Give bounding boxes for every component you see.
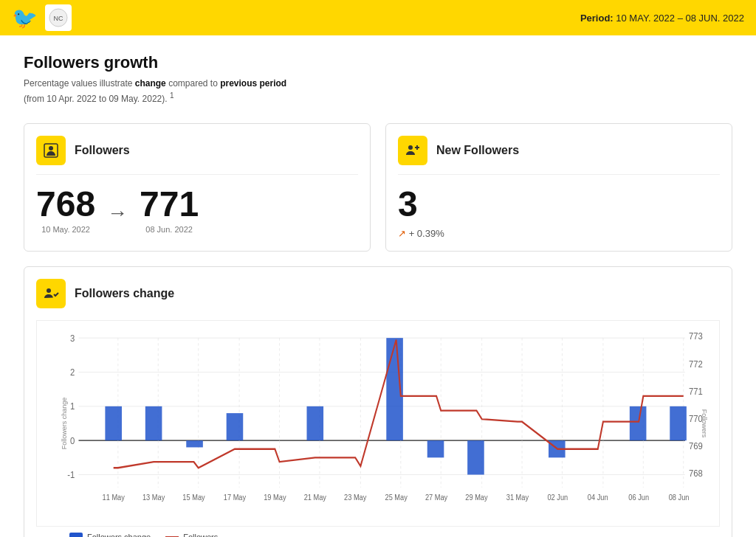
trend-up-icon: ↗	[398, 228, 406, 239]
svg-text:773: 773	[689, 331, 703, 342]
page-subtitle: Percentage values illustrate change comp…	[24, 77, 732, 105]
followers-card-title: Followers	[75, 144, 130, 157]
svg-text:769: 769	[689, 440, 703, 451]
subtitle-change: change	[135, 78, 166, 89]
new-followers-icon	[398, 136, 427, 165]
subtitle-mid: compared to	[168, 78, 218, 89]
subtitle-main: Percentage values illustrate	[24, 78, 132, 89]
followers-card: Followers 768 10 May. 2022 → 771 08 Jun.…	[24, 123, 371, 252]
svg-text:772: 772	[689, 358, 703, 370]
legend-line-item: Followers	[165, 533, 218, 537]
svg-text:27 May: 27 May	[425, 493, 447, 502]
logo-box: NC	[45, 4, 72, 31]
main-content: Followers growth Percentage values illus…	[0, 35, 756, 537]
header-left: 🐦 NC	[12, 4, 72, 31]
svg-text:771: 771	[689, 386, 703, 397]
svg-text:0: 0	[70, 435, 75, 446]
person-add-icon	[404, 142, 422, 159]
followers-end-date: 08 Jun. 2022	[145, 225, 193, 234]
svg-text:17 May: 17 May	[224, 493, 246, 502]
svg-text:13 May: 13 May	[142, 493, 165, 502]
svg-text:02 Jun: 02 Jun	[547, 493, 568, 502]
new-followers-card: New Followers 3 ↗ + 0.39%	[385, 123, 732, 252]
svg-text:1: 1	[70, 401, 75, 412]
followers-end-value: 771	[140, 187, 199, 222]
svg-rect-45	[427, 440, 444, 457]
new-followers-change: ↗ + 0.39%	[398, 228, 444, 239]
new-followers-card-header: New Followers	[398, 136, 720, 175]
svg-text:NC: NC	[54, 15, 63, 22]
arrow-icon: →	[107, 201, 128, 225]
svg-text:-1: -1	[67, 469, 75, 480]
chart-title: Followers change	[75, 287, 174, 300]
svg-text:11 May: 11 May	[103, 493, 125, 502]
svg-rect-42	[227, 413, 244, 440]
page-title: Followers growth	[24, 53, 732, 72]
svg-rect-39	[105, 406, 122, 440]
period-value: 10 MAY. 2022 – 08 JUN. 2022	[616, 13, 744, 24]
svg-rect-43	[306, 406, 323, 440]
svg-text:770: 770	[689, 413, 703, 424]
subtitle-dates: (from 10 Apr. 2022 to 09 May. 2022).	[24, 94, 168, 104]
svg-rect-48	[630, 406, 647, 440]
brand-logo-icon: NC	[48, 7, 69, 28]
svg-text:768: 768	[689, 468, 703, 479]
svg-rect-41	[186, 440, 203, 447]
header: 🐦 NC Period: 10 MAY. 2022 – 08 JUN. 2022	[0, 0, 756, 35]
followers-card-header: Followers	[36, 136, 358, 175]
new-followers-percent: + 0.39%	[409, 228, 444, 239]
new-followers-card-body: 3 ↗ + 0.39%	[398, 187, 720, 239]
legend-line-label: Followers	[183, 533, 218, 537]
followers-end: 771 08 Jun. 2022	[140, 187, 199, 234]
cards-row: Followers 768 10 May. 2022 → 771 08 Jun.…	[24, 123, 732, 252]
new-followers-value: 3	[398, 187, 418, 222]
svg-point-7	[47, 288, 51, 293]
new-followers-card-title: New Followers	[436, 144, 519, 157]
chart-svg: 3 2 1 0 -1 773 772 771 770 769 768	[37, 321, 719, 526]
svg-text:2: 2	[70, 367, 75, 378]
header-period: Period: 10 MAY. 2022 – 08 JUN. 2022	[580, 13, 744, 24]
chart-icon	[36, 279, 66, 308]
svg-text:19 May: 19 May	[264, 493, 286, 502]
followers-start-value: 768	[36, 187, 95, 222]
chart-container: Followers change Followers	[36, 320, 720, 527]
svg-rect-40	[145, 406, 162, 440]
svg-text:3: 3	[70, 333, 75, 344]
period-label: Period:	[580, 13, 614, 24]
svg-text:15 May: 15 May	[182, 493, 205, 502]
followers-icon	[36, 136, 66, 165]
svg-text:31 May: 31 May	[506, 493, 529, 502]
legend-bar-color	[69, 533, 83, 537]
person-icon	[42, 142, 60, 159]
footnote: 1	[170, 91, 174, 100]
followers-start-date: 10 May. 2022	[41, 225, 90, 234]
chart-header: Followers change	[36, 279, 720, 308]
svg-text:21 May: 21 May	[304, 493, 326, 502]
svg-rect-46	[467, 440, 484, 474]
svg-text:04 Jun: 04 Jun	[588, 493, 608, 502]
svg-text:08 Jun: 08 Jun	[669, 493, 690, 502]
svg-text:25 May: 25 May	[385, 493, 407, 502]
followers-start: 768 10 May. 2022	[36, 187, 95, 234]
followers-change-icon	[42, 285, 60, 302]
legend-bar-item: Followers change	[69, 533, 151, 537]
svg-text:29 May: 29 May	[465, 493, 487, 502]
svg-text:23 May: 23 May	[344, 493, 366, 502]
svg-text:06 Jun: 06 Jun	[628, 493, 649, 502]
svg-point-4	[408, 145, 413, 150]
subtitle-prev: previous period	[220, 78, 286, 89]
twitter-icon: 🐦	[12, 6, 38, 30]
chart-legend: Followers change Followers	[36, 533, 720, 537]
chart-section: Followers change Followers change Follow…	[24, 266, 732, 537]
svg-rect-49	[670, 406, 687, 440]
svg-point-3	[49, 146, 53, 150]
followers-card-body: 768 10 May. 2022 → 771 08 Jun. 2022	[36, 187, 358, 234]
legend-bar-label: Followers change	[87, 533, 151, 537]
